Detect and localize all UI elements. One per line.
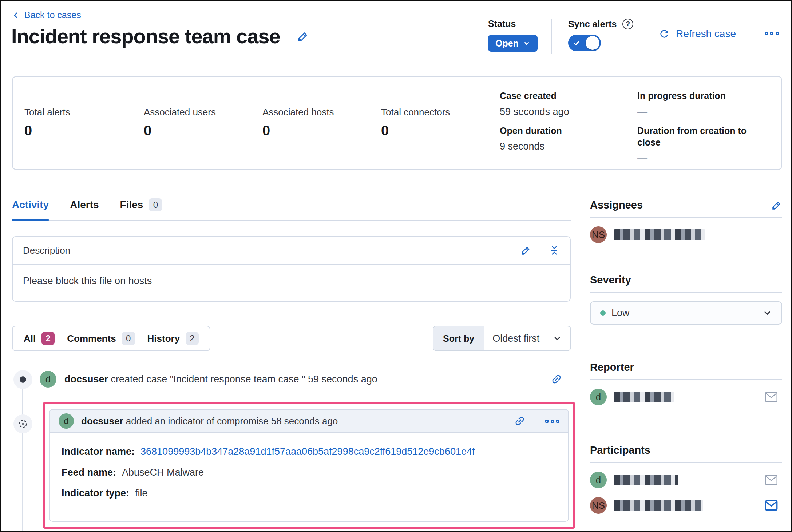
event-user: docsuser	[81, 416, 123, 426]
help-icon[interactable]: ?	[622, 19, 633, 29]
section-divider	[590, 462, 782, 463]
event-action: created case "Incident response team cas…	[111, 374, 377, 385]
metric-associated-users: Associated users 0	[144, 107, 216, 139]
edit-title-button[interactable]	[297, 30, 309, 43]
metric-associated-hosts: Associated hosts 0	[262, 107, 334, 139]
meta-label: Case created	[500, 90, 631, 102]
toggle-knob	[586, 36, 599, 50]
field-label: Indicator name:	[62, 446, 135, 457]
page-title: Incident response team case	[11, 24, 280, 48]
sort-order-value: Oldest first	[492, 333, 539, 344]
avatar: NS	[590, 497, 607, 514]
envelope-icon	[765, 475, 778, 485]
case-detail-page: Back to cases Incident response team cas…	[0, 0, 792, 532]
edit-description-button[interactable]	[520, 245, 531, 256]
sync-alerts-label: Sync alerts	[568, 19, 617, 29]
box-dot	[545, 420, 549, 423]
severity-section: Severity Low	[590, 274, 782, 325]
event-action: added an indicator of compromise 58 seco…	[126, 416, 338, 426]
metric-label: Associated users	[144, 107, 216, 118]
indicator-comment-card: d docsuser added an indicator of comprom…	[49, 409, 569, 522]
status-group: Status Open	[488, 19, 538, 52]
metric-total-alerts: Total alerts 0	[24, 107, 70, 139]
avatar: d	[590, 472, 607, 488]
metric-value: 0	[381, 123, 450, 139]
tab-files[interactable]: Files 0	[120, 198, 162, 220]
highlight-annotation-box: d docsuser added an indicator of comprom…	[43, 402, 575, 529]
metric-label: Total connectors	[381, 107, 450, 118]
filter-count-badge: 2	[186, 332, 199, 345]
refresh-icon	[658, 28, 670, 40]
filter-label: History	[147, 333, 180, 344]
edit-assignees-button[interactable]	[771, 200, 782, 211]
activity-filter-group: All 2 Comments 0 History 2	[12, 326, 210, 351]
filter-history-button[interactable]: History 2	[147, 332, 199, 345]
tab-activity[interactable]: Activity	[12, 198, 49, 220]
filter-count-badge: 0	[122, 332, 135, 345]
sort-order-select[interactable]: Oldest first	[484, 326, 570, 350]
refresh-case-button[interactable]: Refresh case	[658, 28, 736, 40]
tab-alerts[interactable]: Alerts	[70, 198, 99, 220]
envelope-icon	[765, 500, 778, 511]
indicator-name-link[interactable]: 3681099993b4b347a28a91d1f57aaa06b5af2998…	[140, 446, 475, 457]
files-count-badge: 0	[149, 198, 162, 211]
dot-icon	[20, 376, 26, 383]
indicator-name-row: Indicator name: 3681099993b4b347a28a91d1…	[62, 446, 557, 457]
sync-alerts-toggle[interactable]	[568, 35, 601, 51]
participant-row: d	[590, 472, 782, 488]
case-actions-menu-button[interactable]	[765, 32, 779, 35]
meta-label: In progress duration	[637, 90, 757, 102]
section-divider	[590, 292, 782, 293]
redacted-user-name	[614, 392, 674, 402]
section-divider	[590, 379, 782, 380]
avatar: d	[40, 371, 56, 388]
assignee-row: NS	[590, 226, 782, 243]
metric-value: 0	[144, 123, 216, 139]
description-title: Description	[23, 245, 70, 256]
reporter-row: d	[590, 389, 782, 405]
timeline-marker-dot	[13, 370, 32, 389]
case-timing-left: Case created 59 seconds ago Open duratio…	[500, 90, 631, 159]
pencil-icon	[297, 30, 309, 43]
help-glyph: ?	[626, 20, 630, 28]
participant-row: NS	[590, 497, 782, 514]
status-value: Open	[495, 38, 519, 49]
metric-total-connectors: Total connectors 0	[381, 107, 450, 139]
collapse-description-button[interactable]	[549, 245, 560, 256]
meta-value: 9 seconds	[500, 141, 631, 152]
check-icon	[572, 39, 581, 47]
severity-select[interactable]: Low	[590, 301, 782, 325]
status-label: Status	[488, 19, 538, 29]
filter-all-button[interactable]: All 2	[24, 332, 55, 345]
meta-value: 59 seconds ago	[500, 106, 631, 118]
tab-label: Alerts	[70, 199, 99, 211]
meta-value: —	[637, 106, 757, 118]
reporter-section: Reporter d	[590, 361, 782, 405]
back-to-cases-label: Back to cases	[24, 10, 81, 20]
box-dot	[556, 420, 559, 423]
filter-comments-button[interactable]: Comments 0	[67, 332, 135, 345]
case-timing-right: In progress duration — Duration from cre…	[637, 90, 757, 171]
event-actions-menu-button[interactable]	[545, 420, 559, 423]
event-text: docsuser added an indicator of compromis…	[81, 416, 338, 427]
copy-event-link-button[interactable]	[514, 415, 526, 427]
assignees-title: Assignees	[590, 199, 643, 211]
status-dropdown-button[interactable]: Open	[488, 35, 538, 52]
metric-value: 0	[24, 123, 70, 139]
email-participant-button[interactable]	[765, 475, 778, 485]
link-icon	[511, 413, 528, 429]
back-to-cases-link[interactable]: Back to cases	[12, 10, 81, 20]
filter-label: All	[24, 333, 36, 344]
email-participant-button[interactable]	[765, 500, 778, 511]
case-tabs: Activity Alerts Files 0	[12, 198, 571, 221]
email-reporter-button[interactable]	[765, 392, 778, 402]
meta-label: Duration from creation to close	[637, 125, 757, 148]
redacted-user-name	[614, 229, 705, 240]
copy-event-link-button[interactable]	[551, 373, 562, 385]
box-dot	[765, 32, 768, 35]
redacted-user-name	[614, 500, 703, 511]
filter-label: Comments	[67, 333, 116, 344]
pencil-icon	[771, 200, 782, 211]
sort-by-label: Sort by	[433, 326, 484, 350]
filter-count-badge: 2	[41, 332, 55, 345]
